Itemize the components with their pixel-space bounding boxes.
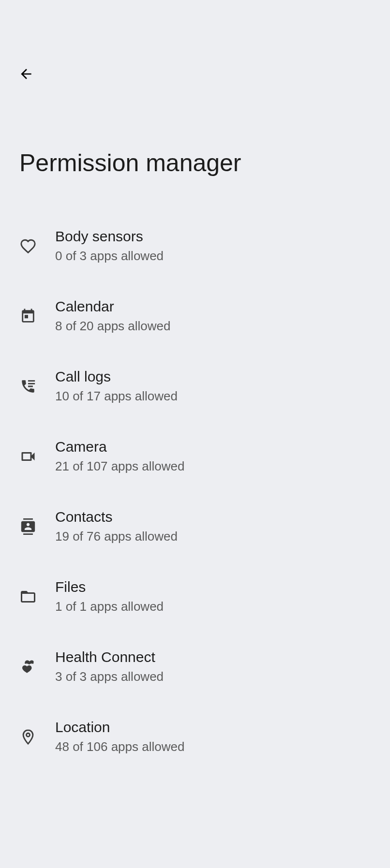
calendar-icon <box>19 308 37 325</box>
heart-icon <box>19 237 37 255</box>
permission-title: Files <box>55 579 164 595</box>
permission-item-calendar[interactable]: Calendar 8 of 20 apps allowed <box>0 281 390 351</box>
hearts-icon <box>19 658 37 676</box>
permission-item-files[interactable]: Files 1 of 1 apps allowed <box>0 561 390 632</box>
arrow-back-icon <box>18 66 34 83</box>
permission-subtitle: 48 of 106 apps allowed <box>55 739 184 754</box>
permission-item-camera[interactable]: Camera 21 of 107 apps allowed <box>0 421 390 491</box>
permission-subtitle: 10 of 17 apps allowed <box>55 389 178 404</box>
permission-item-location[interactable]: Location 48 of 106 apps allowed <box>0 702 390 772</box>
permission-subtitle: 3 of 3 apps allowed <box>55 669 164 684</box>
permission-title: Calendar <box>55 298 171 315</box>
permission-subtitle: 1 of 1 apps allowed <box>55 599 164 614</box>
permission-title: Location <box>55 719 184 736</box>
permission-subtitle: 21 of 107 apps allowed <box>55 459 184 474</box>
permission-title: Contacts <box>55 509 178 525</box>
permission-title: Health Connect <box>55 649 164 665</box>
permission-item-body-sensors[interactable]: Body sensors 0 of 3 apps allowed <box>0 211 390 281</box>
permission-subtitle: 0 of 3 apps allowed <box>55 249 164 264</box>
folder-icon <box>19 588 37 605</box>
permission-item-health-connect[interactable]: Health Connect 3 of 3 apps allowed <box>0 632 390 702</box>
contacts-icon <box>19 518 37 535</box>
permission-subtitle: 19 of 76 apps allowed <box>55 529 178 544</box>
permission-item-call-logs[interactable]: Call logs 10 of 17 apps allowed <box>0 351 390 421</box>
location-pin-icon <box>19 728 37 746</box>
permission-list: Body sensors 0 of 3 apps allowed Calenda… <box>0 211 390 772</box>
permission-title: Camera <box>55 439 184 455</box>
page-title: Permission manager <box>0 86 390 211</box>
permission-item-contacts[interactable]: Contacts 19 of 76 apps allowed <box>0 491 390 561</box>
camera-icon <box>19 448 37 465</box>
permission-title: Call logs <box>55 368 178 385</box>
phone-list-icon <box>19 378 37 395</box>
permission-title: Body sensors <box>55 228 164 245</box>
permission-subtitle: 8 of 20 apps allowed <box>55 319 171 334</box>
back-button[interactable] <box>15 63 38 86</box>
